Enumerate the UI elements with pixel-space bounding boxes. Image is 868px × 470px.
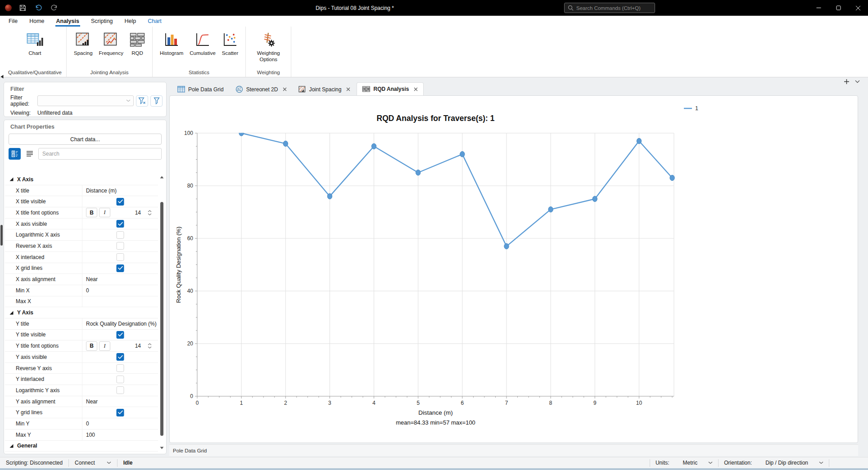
checkbox-checked[interactable]	[117, 409, 124, 416]
tick-label: 5	[416, 400, 420, 406]
ribbon-button-weighting-options[interactable]: Weighting Options	[250, 30, 286, 64]
panel-collapse-icon[interactable]	[0, 75, 4, 79]
window-controls	[809, 0, 868, 16]
menu-home[interactable]: Home	[23, 16, 50, 27]
font-size-spinner[interactable]	[148, 343, 152, 349]
property-value[interactable]: Near	[86, 398, 98, 405]
statusbar-connect[interactable]: Connect	[69, 460, 117, 466]
bottom-document-bar: Pole Data Grid	[169, 444, 858, 456]
bold-button[interactable]: B	[86, 341, 97, 351]
properties-search-input[interactable]	[38, 148, 162, 160]
categorized-view-button[interactable]	[9, 148, 21, 160]
property-label: Max Y	[5, 430, 82, 440]
chart-data-button[interactable]: Chart data...	[9, 134, 162, 145]
ribbon-button-histogram[interactable]: Histogram	[157, 30, 186, 58]
checkbox-checked[interactable]	[117, 331, 124, 339]
property-value[interactable]: 0	[86, 421, 89, 427]
menu-scripting[interactable]: Scripting	[85, 16, 119, 27]
close-window-button[interactable]	[848, 0, 868, 16]
ribbon-button-scatter[interactable]: Scatter	[219, 30, 241, 58]
checkbox-unchecked[interactable]	[117, 376, 124, 383]
property-label: X interlaced	[5, 252, 82, 263]
redo-button[interactable]	[49, 3, 59, 13]
ribbon-button-chart[interactable]: Chart	[24, 30, 46, 58]
property-section-x-axis[interactable]: X Axis	[5, 174, 158, 185]
document-tabstrip: Pole Data GridStereonet 2DJoint SpacingR…	[172, 82, 859, 95]
doc-tab-label: Joint Spacing	[309, 86, 341, 93]
checkbox-unchecked[interactable]	[117, 231, 124, 239]
statusbar-orientation[interactable]: Orientation:Dip / Dip direction	[719, 460, 829, 466]
joint-spacing-icon	[298, 86, 306, 93]
tick-label: 0	[190, 393, 193, 399]
cumulative-icon	[195, 31, 210, 48]
ribbon-button-cumulative[interactable]: Cumulative	[187, 30, 218, 58]
filter-applied-combobox[interactable]	[37, 95, 134, 106]
checkbox-unchecked[interactable]	[117, 364, 124, 372]
search-icon	[568, 5, 574, 11]
checkbox-unchecked[interactable]	[117, 242, 124, 250]
property-grid-scrollbar[interactable]	[159, 174, 165, 451]
chart-properties-panel: Chart Properties Chart data... X AxisX t…	[4, 120, 167, 454]
tick-label: 3	[328, 400, 331, 406]
new-view-button[interactable]	[844, 79, 850, 85]
menu-chart[interactable]: Chart	[142, 16, 167, 27]
checkbox-checked[interactable]	[117, 353, 124, 361]
property-label: Reverse X axis	[5, 241, 82, 251]
scroll-down-icon[interactable]	[160, 445, 164, 451]
minimize-button[interactable]	[809, 0, 828, 16]
scroll-up-icon[interactable]	[160, 174, 164, 180]
statusbar-units[interactable]: Units:Metric	[650, 460, 718, 466]
property-section-y-axis[interactable]: Y Axis	[5, 307, 158, 318]
menu-help[interactable]: Help	[119, 16, 142, 27]
italic-button[interactable]: I	[99, 341, 110, 351]
doc-tab-rqd-analysis[interactable]: RQD Analysis	[357, 82, 424, 95]
undo-button[interactable]	[33, 3, 44, 13]
command-search-input[interactable]	[576, 5, 651, 11]
close-tab-icon[interactable]	[283, 87, 287, 91]
property-row: Y grid lines	[5, 407, 158, 418]
x-axis-title: Distance (m)	[418, 409, 453, 416]
property-section-general[interactable]: General	[5, 441, 158, 452]
font-size-spinner[interactable]	[148, 210, 152, 215]
property-value[interactable]: Near	[86, 276, 98, 282]
checkbox-checked[interactable]	[117, 198, 124, 206]
checkbox-unchecked[interactable]	[117, 386, 124, 394]
property-value[interactable]: Rock Quality Designation (%)	[86, 321, 157, 327]
panel-edge-grip[interactable]	[0, 225, 3, 246]
ribbon-button-frequency[interactable]: Frequency	[96, 30, 126, 58]
maximize-button[interactable]	[828, 0, 848, 16]
bold-button[interactable]: B	[86, 208, 97, 217]
chart-title: RQD Analysis for Traverse(s): 1	[377, 114, 495, 123]
tick-label: 6	[461, 400, 464, 406]
property-row: Y axis visible	[5, 352, 158, 363]
property-value[interactable]: 100	[86, 432, 95, 438]
close-tab-icon[interactable]	[414, 87, 418, 91]
checkbox-checked[interactable]	[117, 220, 124, 228]
property-value[interactable]: 0	[86, 287, 89, 294]
bottom-document-tab[interactable]: Pole Data Grid	[173, 448, 207, 453]
ribbon-button-spacing[interactable]: Spacing	[71, 30, 95, 58]
apply-filter-button[interactable]	[150, 95, 163, 107]
property-label: Min X	[5, 285, 82, 296]
menu-file[interactable]: File	[3, 16, 23, 27]
font-size-value[interactable]: 14	[135, 343, 141, 349]
doc-tab-pole-data-grid[interactable]: Pole Data Grid	[172, 83, 229, 95]
italic-button[interactable]: I	[99, 208, 110, 217]
checkbox-checked[interactable]	[117, 264, 124, 272]
scrollbar-thumb[interactable]	[160, 202, 163, 436]
alphabetical-view-button[interactable]	[23, 148, 36, 160]
property-label: Y title font options	[5, 340, 82, 351]
tab-list-chevron-icon[interactable]	[855, 80, 860, 83]
save-button[interactable]	[17, 3, 28, 13]
ribbon-button-rqd[interactable]: RQD	[127, 30, 148, 58]
command-search-box[interactable]	[564, 3, 655, 13]
close-tab-icon[interactable]	[346, 87, 350, 91]
clear-filter-button[interactable]	[136, 95, 148, 107]
property-value[interactable]: Distance (m)	[86, 188, 117, 194]
menu-analysis[interactable]: Analysis	[50, 16, 85, 27]
checkbox-unchecked[interactable]	[117, 253, 124, 261]
font-size-value[interactable]: 14	[135, 210, 141, 216]
doc-tab-joint-spacing[interactable]: Joint Spacing	[293, 83, 356, 95]
doc-tab-stereonet-2d[interactable]: Stereonet 2D	[230, 83, 293, 95]
scatter-icon	[222, 31, 238, 48]
